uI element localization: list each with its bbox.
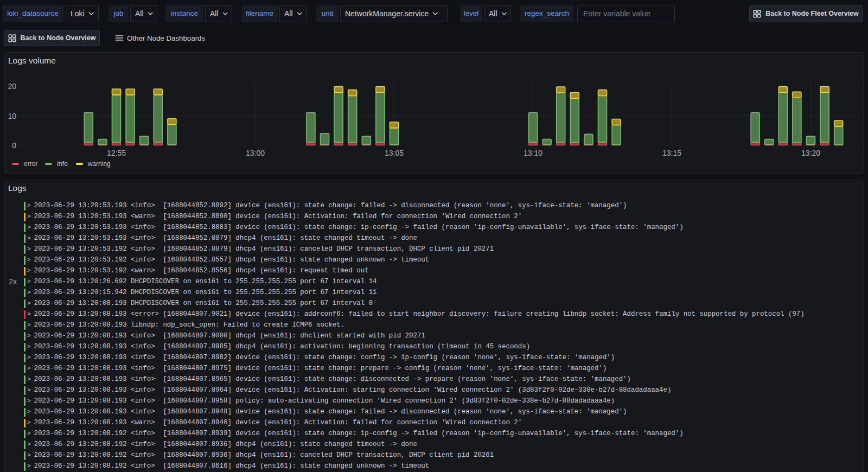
svg-text:13:10: 13:10 — [524, 149, 542, 157]
svg-text:13:00: 13:00 — [246, 149, 265, 157]
svg-text:13:15: 13:15 — [662, 149, 681, 157]
svg-text:0: 0 — [12, 141, 16, 150]
svg-text:20: 20 — [8, 82, 16, 91]
svg-text:12:55: 12:55 — [107, 149, 126, 157]
svg-text:13:20: 13:20 — [801, 149, 820, 157]
svg-text:10: 10 — [8, 112, 16, 120]
svg-text:13:05: 13:05 — [385, 149, 404, 157]
